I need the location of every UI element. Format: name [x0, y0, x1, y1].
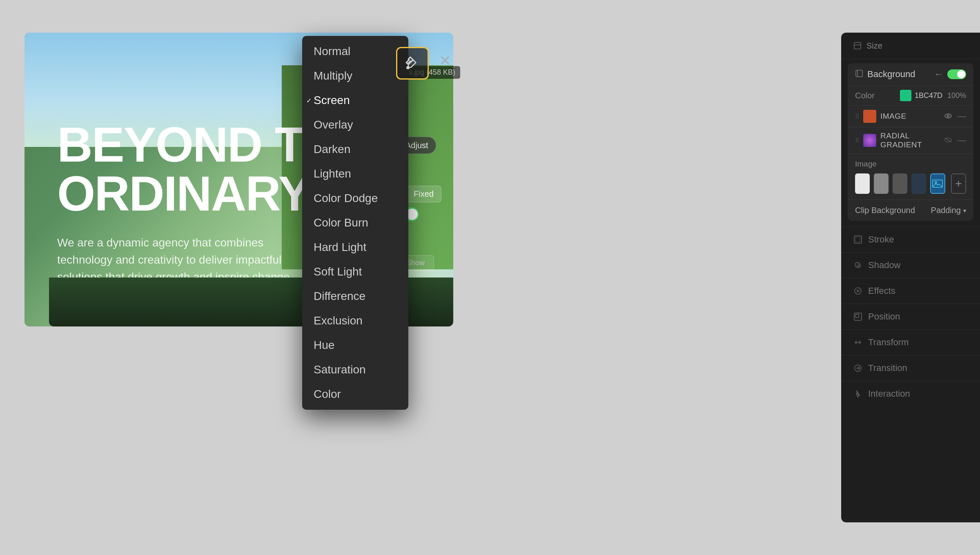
image-style-white[interactable]	[855, 173, 870, 194]
color-label: Color	[855, 91, 900, 100]
position-svg-icon	[853, 312, 862, 321]
svg-point-12	[935, 182, 937, 184]
panel-bg-icon	[855, 69, 863, 78]
effects-icon	[853, 286, 863, 296]
eye-slash-icon	[944, 137, 952, 143]
image-style-gray2[interactable]	[893, 173, 907, 194]
blend-label-color-dodge: Color Dodge	[314, 192, 378, 205]
drag-handle-gradient[interactable]: ⠿	[855, 137, 859, 144]
color-row[interactable]: Color 1BC47D 100%	[848, 85, 973, 105]
size-label: Size	[866, 41, 882, 51]
layer-item-radial-gradient[interactable]: ⠿ RADIAL GRADIENT —	[848, 127, 973, 153]
background-panel-inner: Background ← Color 1BC47D 100% ⠿ IMAGE	[848, 63, 973, 221]
layer-item-image[interactable]: ⠿ IMAGE —	[848, 105, 973, 127]
image-section-label: Image	[855, 160, 966, 169]
svg-rect-19	[855, 314, 859, 317]
remove-layer-gradient[interactable]: —	[957, 135, 966, 146]
interaction-section[interactable]: Interaction	[841, 381, 980, 406]
svg-point-0	[407, 67, 409, 69]
visibility-icon-gradient[interactable]	[944, 136, 952, 145]
blend-item-overlay[interactable]: Overlay	[302, 113, 408, 137]
image-style-dark[interactable]	[911, 173, 926, 194]
layer-thumb-gradient	[863, 134, 876, 147]
color-value: 1BC47D	[915, 91, 942, 100]
position-label: Position	[868, 311, 900, 322]
blend-item-multiply[interactable]: Multiply	[302, 64, 408, 88]
add-image-button[interactable]: +	[951, 173, 966, 194]
position-section[interactable]: Position	[841, 304, 980, 329]
blend-item-color-dodge[interactable]: Color Dodge	[302, 186, 408, 211]
dropper-icon	[404, 55, 421, 71]
close-icon	[439, 55, 451, 66]
clip-value-dropdown[interactable]: Padding ▾	[931, 206, 966, 215]
blend-mode-dropdown[interactable]: Normal Multiply ✓ Screen Overlay Darken …	[302, 36, 408, 410]
blend-label-darken: Darken	[314, 143, 350, 156]
transform-icon	[853, 337, 863, 348]
right-panel: Size Background ← Color	[841, 33, 980, 522]
transform-svg-icon	[853, 338, 862, 347]
layer-name-gradient: RADIAL GRADIENT	[880, 131, 940, 149]
blend-label-lighten: Lighten	[314, 167, 351, 180]
color-swatch[interactable]	[900, 90, 911, 101]
image-style-photo[interactable]	[930, 173, 945, 194]
interaction-label: Interaction	[868, 388, 910, 399]
size-section-header[interactable]: Size	[853, 41, 969, 51]
blend-label-color-burn: Color Burn	[314, 216, 368, 229]
blend-item-hue[interactable]: Hue	[302, 333, 408, 357]
transform-section[interactable]: Transform	[841, 329, 980, 355]
background-panel-header: Background ←	[848, 63, 973, 85]
transition-section[interactable]: Transition	[841, 355, 980, 381]
blend-item-difference[interactable]: Difference	[302, 284, 408, 309]
svg-point-8	[947, 115, 949, 117]
blend-item-hard-light[interactable]: Hard Light	[302, 235, 408, 260]
close-button[interactable]	[437, 52, 453, 69]
transition-icon	[853, 363, 863, 373]
image-style-gray1[interactable]	[874, 173, 889, 194]
blend-item-saturation[interactable]: Saturation	[302, 357, 408, 382]
svg-point-7	[945, 114, 951, 118]
stroke-svg-icon	[853, 235, 862, 244]
blend-label-saturation: Saturation	[314, 363, 366, 376]
layer-actions-gradient: —	[944, 135, 966, 146]
shadow-svg-icon	[853, 261, 862, 270]
shadow-section[interactable]: Shadow	[841, 252, 980, 278]
interaction-svg-icon	[853, 389, 862, 398]
effects-section[interactable]: Effects	[841, 278, 980, 304]
remove-layer-image[interactable]: —	[957, 111, 966, 122]
background-toggle[interactable]	[947, 69, 966, 79]
blend-label-hue: Hue	[314, 339, 334, 352]
blend-item-normal[interactable]: Normal	[302, 39, 408, 64]
size-icon	[853, 41, 862, 51]
adjust-label: Adjust	[405, 141, 428, 150]
blend-item-lighten[interactable]: Lighten	[302, 162, 408, 186]
blend-label-multiply: Multiply	[314, 69, 352, 82]
blend-label-difference: Difference	[314, 290, 365, 303]
svg-point-16	[856, 264, 861, 269]
stroke-section[interactable]: Stroke	[841, 226, 980, 252]
blend-item-exclusion[interactable]: Exclusion	[302, 309, 408, 333]
blend-label-normal: Normal	[314, 45, 350, 58]
blend-label-screen: Screen	[314, 94, 350, 107]
layer-actions-image: —	[944, 111, 966, 122]
blend-item-color[interactable]: Color	[302, 382, 408, 406]
blend-item-soft-light[interactable]: Soft Light	[302, 260, 408, 284]
dropper-tool-button[interactable]	[396, 47, 429, 80]
drag-handle-image[interactable]: ⠿	[855, 113, 859, 120]
visibility-icon-image[interactable]	[944, 112, 952, 121]
background-panel: Background ← Color 1BC47D 100% ⠿ IMAGE	[848, 63, 973, 221]
clip-value-text: Padding	[931, 206, 961, 215]
back-button[interactable]: ←	[934, 69, 943, 80]
blend-label-hard-light: Hard Light	[314, 241, 366, 254]
blend-item-screen[interactable]: ✓ Screen	[302, 88, 408, 113]
blend-label-overlay: Overlay	[314, 118, 353, 131]
fixed-button[interactable]: Fixed	[406, 186, 441, 202]
background-icon	[855, 69, 863, 80]
image-buttons-row: +	[855, 173, 966, 194]
blend-item-darken[interactable]: Darken	[302, 137, 408, 162]
layer-name-image: IMAGE	[880, 112, 940, 121]
clip-background-row[interactable]: Clip Background Padding ▾	[848, 200, 973, 221]
photo-icon	[932, 178, 943, 189]
blend-item-color-burn[interactable]: Color Burn	[302, 211, 408, 235]
clip-background-label: Clip Background	[855, 206, 931, 215]
size-section[interactable]: Size	[841, 33, 980, 59]
